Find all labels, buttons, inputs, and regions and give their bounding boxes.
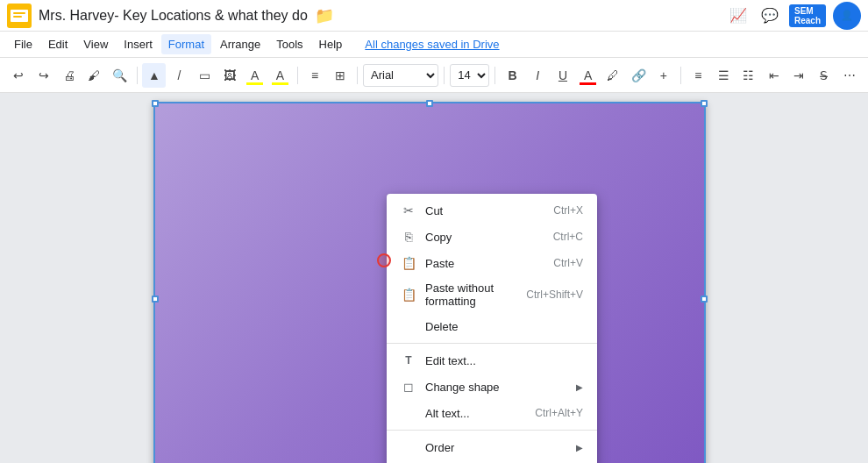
cursor-tool[interactable]: ▲ [142,63,166,88]
ordered-list-button[interactable]: ☷ [736,63,760,88]
font-size-select[interactable]: 14 [450,64,489,87]
menu-arrange[interactable]: Arrange [213,34,267,54]
drive-folder-icon[interactable]: 📁 [315,6,334,25]
align-right-button[interactable]: ⊞ [328,63,352,88]
ctx-change-shape[interactable]: ◻ Change shape [387,374,597,400]
sem-badge: SEMReach [789,4,826,27]
ctx-delete[interactable]: Delete [387,313,597,339]
handle-top-middle[interactable] [426,100,433,107]
change-shape-icon: ◻ [401,379,416,395]
ctx-divider-2 [387,430,597,431]
toolbar-separator-1 [137,67,138,84]
ctx-copy-label: Copy [425,231,546,244]
handle-middle-right[interactable] [701,296,708,303]
indent-inc-button[interactable]: ⇥ [787,63,811,88]
svg-rect-2 [13,12,25,14]
paste-icon: 📋 [401,255,416,271]
ctx-paste-no-format-shortcut: Ctrl+Shift+V [526,288,583,301]
toolbar-separator-4 [444,67,445,84]
ctx-cut-shortcut: Ctrl+X [553,204,583,217]
menu-help[interactable]: Help [312,34,350,54]
menu-file[interactable]: File [7,34,39,54]
handle-top-left[interactable] [152,100,159,107]
cursor-position [377,253,391,267]
toolbar-separator-5 [494,67,495,84]
handle-top-right[interactable] [701,100,708,107]
handle-middle-left[interactable] [152,296,159,303]
context-menu: ✂ Cut Ctrl+X ⎘ Copy Ctrl+C 📋 Paste Ctrl+… [387,194,597,463]
ctx-alt-text[interactable]: Alt text... Ctrl+Alt+Y [387,400,597,426]
ctx-paste-no-format[interactable]: 📋 Paste without formatting Ctrl+Shift+V [387,276,597,313]
copy-icon: ⎘ [401,229,416,245]
line-tool[interactable]: / [167,63,191,88]
saved-status: All changes saved in Drive [365,38,499,51]
align-button[interactable]: ≡ [303,63,327,88]
ctx-order[interactable]: Order [387,434,597,460]
link-button[interactable]: 🔗 [627,63,651,88]
ctx-paste-shortcut: Ctrl+V [553,257,583,269]
zoom-button[interactable]: 🔍 [108,63,132,88]
underline-button[interactable]: U [551,63,575,88]
canvas-area: ✂ Cut Ctrl+X ⎘ Copy Ctrl+C 📋 Paste Ctrl+… [0,93,868,463]
title-actions: 📈 💬 SEMReach 👤 [726,2,861,30]
ctx-paste-label: Paste [425,257,546,270]
paint-format-button[interactable]: 🖌 [82,63,106,88]
print-button[interactable]: 🖨 [57,63,81,88]
toolbar-separator-3 [357,67,358,84]
menu-edit[interactable]: Edit [41,34,75,54]
ctx-change-shape-label: Change shape [425,381,573,394]
undo-button[interactable]: ↩ [7,63,31,88]
menu-format[interactable]: Format [161,34,211,54]
cut-icon: ✂ [401,203,416,218]
ctx-order-label: Order [425,441,573,454]
image-tool[interactable]: 🖼 [218,63,242,88]
strikethrough-button[interactable]: S̶ [813,63,836,88]
ctx-copy[interactable]: ⎘ Copy Ctrl+C [387,224,597,250]
user-avatar[interactable]: 👤 [833,2,861,30]
toolbar: ↩ ↪ 🖨 🖌 🔍 ▲ / ▭ 🖼 A A ≡ ⊞ Arial 14 B I U… [0,58,868,93]
fill-color-button[interactable]: A [243,63,267,88]
insert-button[interactable]: + [651,63,675,88]
alt-text-icon [401,405,416,421]
ctx-edit-text-label: Edit text... [425,354,583,367]
ctx-delete-label: Delete [425,320,583,333]
shape-tool[interactable]: ▭ [193,63,217,88]
menu-view[interactable]: View [76,34,115,54]
ctx-alt-text-label: Alt text... [425,407,528,420]
delete-icon [401,318,416,334]
highlight-button[interactable]: 🖊 [601,63,625,88]
ctx-edit-text[interactable]: T Edit text... [387,347,597,374]
paste-no-format-icon: 📋 [401,287,416,303]
activity-icon[interactable]: 📈 [726,4,751,28]
app-icon [7,4,32,28]
svg-rect-3 [13,16,22,18]
order-icon [401,439,416,455]
toolbar-separator-2 [297,67,298,84]
ctx-paste[interactable]: 📋 Paste Ctrl+V [387,250,597,276]
toolbar-separator-6 [680,67,681,84]
title-bar: Mrs. Harvey- Key Locations & what they d… [0,0,868,32]
ctx-alt-text-shortcut: Ctrl+Alt+Y [535,407,583,419]
list-button[interactable]: ☰ [712,63,736,88]
italic-button[interactable]: I [526,63,550,88]
redo-button[interactable]: ↪ [32,63,56,88]
menu-tools[interactable]: Tools [269,34,309,54]
indent-dec-button[interactable]: ⇤ [762,63,786,88]
menu-insert[interactable]: Insert [117,34,160,54]
edit-text-icon: T [401,353,416,368]
text-align-button[interactable]: ≡ [687,63,710,88]
ctx-paste-no-format-label: Paste without formatting [425,281,519,308]
more-button[interactable]: ⋯ [837,63,861,88]
ctx-divider-1 [387,343,597,344]
line-color-button[interactable]: A [268,63,292,88]
doc-title: Mrs. Harvey- Key Locations & what they d… [39,8,308,24]
ctx-copy-shortcut: Ctrl+C [553,231,583,243]
menu-bar: File Edit View Insert Format Arrange Too… [0,32,868,58]
bold-button[interactable]: B [501,63,524,88]
ctx-cut[interactable]: ✂ Cut Ctrl+X [387,197,597,224]
font-color-button[interactable]: A [576,63,600,88]
font-select[interactable]: Arial [363,64,438,87]
ctx-cut-label: Cut [425,204,546,217]
chat-icon[interactable]: 💬 [758,4,782,28]
